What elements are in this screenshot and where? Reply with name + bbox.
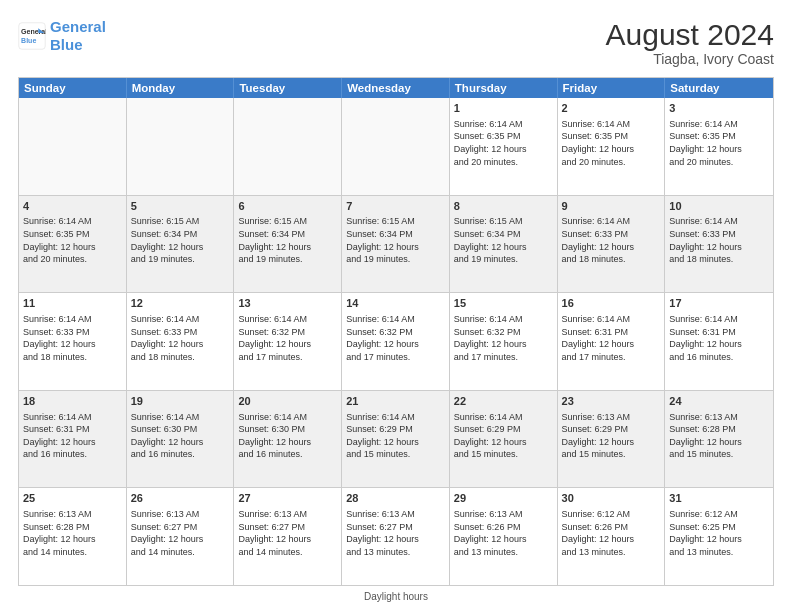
cal-cell: 12Sunrise: 6:14 AM Sunset: 6:33 PM Dayli… bbox=[127, 293, 235, 390]
day-number: 7 bbox=[346, 199, 445, 214]
cal-cell: 22Sunrise: 6:14 AM Sunset: 6:29 PM Dayli… bbox=[450, 391, 558, 488]
day-number: 23 bbox=[562, 394, 661, 409]
cal-cell: 29Sunrise: 6:13 AM Sunset: 6:26 PM Dayli… bbox=[450, 488, 558, 585]
svg-text:Blue: Blue bbox=[21, 37, 36, 44]
day-number: 24 bbox=[669, 394, 769, 409]
day-info: Sunrise: 6:14 AM Sunset: 6:35 PM Dayligh… bbox=[454, 118, 553, 168]
cal-week-4: 18Sunrise: 6:14 AM Sunset: 6:31 PM Dayli… bbox=[19, 390, 773, 488]
day-info: Sunrise: 6:14 AM Sunset: 6:33 PM Dayligh… bbox=[562, 215, 661, 265]
day-info: Sunrise: 6:14 AM Sunset: 6:31 PM Dayligh… bbox=[562, 313, 661, 363]
day-info: Sunrise: 6:12 AM Sunset: 6:25 PM Dayligh… bbox=[669, 508, 769, 558]
cal-cell: 11Sunrise: 6:14 AM Sunset: 6:33 PM Dayli… bbox=[19, 293, 127, 390]
cal-cell: 3Sunrise: 6:14 AM Sunset: 6:35 PM Daylig… bbox=[665, 98, 773, 195]
day-number: 9 bbox=[562, 199, 661, 214]
cal-cell: 5Sunrise: 6:15 AM Sunset: 6:34 PM Daylig… bbox=[127, 196, 235, 293]
cal-cell: 9Sunrise: 6:14 AM Sunset: 6:33 PM Daylig… bbox=[558, 196, 666, 293]
cal-cell: 25Sunrise: 6:13 AM Sunset: 6:28 PM Dayli… bbox=[19, 488, 127, 585]
cal-header-wednesday: Wednesday bbox=[342, 78, 450, 98]
cal-cell bbox=[127, 98, 235, 195]
day-number: 13 bbox=[238, 296, 337, 311]
calendar-header-row: SundayMondayTuesdayWednesdayThursdayFrid… bbox=[19, 78, 773, 98]
main-title: August 2024 bbox=[606, 18, 774, 51]
cal-cell: 13Sunrise: 6:14 AM Sunset: 6:32 PM Dayli… bbox=[234, 293, 342, 390]
day-info: Sunrise: 6:15 AM Sunset: 6:34 PM Dayligh… bbox=[131, 215, 230, 265]
day-number: 4 bbox=[23, 199, 122, 214]
cal-cell: 17Sunrise: 6:14 AM Sunset: 6:31 PM Dayli… bbox=[665, 293, 773, 390]
cal-cell: 26Sunrise: 6:13 AM Sunset: 6:27 PM Dayli… bbox=[127, 488, 235, 585]
cal-cell: 18Sunrise: 6:14 AM Sunset: 6:31 PM Dayli… bbox=[19, 391, 127, 488]
day-number: 2 bbox=[562, 101, 661, 116]
cal-cell: 31Sunrise: 6:12 AM Sunset: 6:25 PM Dayli… bbox=[665, 488, 773, 585]
day-number: 16 bbox=[562, 296, 661, 311]
cal-week-5: 25Sunrise: 6:13 AM Sunset: 6:28 PM Dayli… bbox=[19, 487, 773, 585]
cal-header-thursday: Thursday bbox=[450, 78, 558, 98]
calendar: SundayMondayTuesdayWednesdayThursdayFrid… bbox=[18, 77, 774, 586]
cal-cell: 24Sunrise: 6:13 AM Sunset: 6:28 PM Dayli… bbox=[665, 391, 773, 488]
cal-cell: 2Sunrise: 6:14 AM Sunset: 6:35 PM Daylig… bbox=[558, 98, 666, 195]
title-block: August 2024 Tiagba, Ivory Coast bbox=[606, 18, 774, 67]
day-info: Sunrise: 6:14 AM Sunset: 6:30 PM Dayligh… bbox=[131, 411, 230, 461]
day-info: Sunrise: 6:13 AM Sunset: 6:28 PM Dayligh… bbox=[669, 411, 769, 461]
day-number: 12 bbox=[131, 296, 230, 311]
cal-header-friday: Friday bbox=[558, 78, 666, 98]
cal-cell: 28Sunrise: 6:13 AM Sunset: 6:27 PM Dayli… bbox=[342, 488, 450, 585]
day-number: 29 bbox=[454, 491, 553, 506]
day-number: 6 bbox=[238, 199, 337, 214]
cal-cell: 4Sunrise: 6:14 AM Sunset: 6:35 PM Daylig… bbox=[19, 196, 127, 293]
day-number: 25 bbox=[23, 491, 122, 506]
day-info: Sunrise: 6:14 AM Sunset: 6:35 PM Dayligh… bbox=[23, 215, 122, 265]
day-info: Sunrise: 6:14 AM Sunset: 6:30 PM Dayligh… bbox=[238, 411, 337, 461]
page: General Blue General Blue August 2024 Ti… bbox=[0, 0, 792, 612]
day-number: 20 bbox=[238, 394, 337, 409]
cal-cell: 1Sunrise: 6:14 AM Sunset: 6:35 PM Daylig… bbox=[450, 98, 558, 195]
day-info: Sunrise: 6:13 AM Sunset: 6:26 PM Dayligh… bbox=[454, 508, 553, 558]
logo: General Blue General Blue bbox=[18, 18, 106, 54]
day-info: Sunrise: 6:14 AM Sunset: 6:29 PM Dayligh… bbox=[454, 411, 553, 461]
cal-header-sunday: Sunday bbox=[19, 78, 127, 98]
cal-cell: 10Sunrise: 6:14 AM Sunset: 6:33 PM Dayli… bbox=[665, 196, 773, 293]
cal-cell: 30Sunrise: 6:12 AM Sunset: 6:26 PM Dayli… bbox=[558, 488, 666, 585]
cal-cell: 6Sunrise: 6:15 AM Sunset: 6:34 PM Daylig… bbox=[234, 196, 342, 293]
cal-cell: 21Sunrise: 6:14 AM Sunset: 6:29 PM Dayli… bbox=[342, 391, 450, 488]
day-number: 17 bbox=[669, 296, 769, 311]
cal-week-2: 4Sunrise: 6:14 AM Sunset: 6:35 PM Daylig… bbox=[19, 195, 773, 293]
day-info: Sunrise: 6:13 AM Sunset: 6:28 PM Dayligh… bbox=[23, 508, 122, 558]
cal-cell: 8Sunrise: 6:15 AM Sunset: 6:34 PM Daylig… bbox=[450, 196, 558, 293]
header: General Blue General Blue August 2024 Ti… bbox=[18, 18, 774, 67]
footer-note: Daylight hours bbox=[18, 591, 774, 602]
cal-week-1: 1Sunrise: 6:14 AM Sunset: 6:35 PM Daylig… bbox=[19, 98, 773, 195]
day-number: 27 bbox=[238, 491, 337, 506]
day-info: Sunrise: 6:14 AM Sunset: 6:32 PM Dayligh… bbox=[346, 313, 445, 363]
cal-cell: 14Sunrise: 6:14 AM Sunset: 6:32 PM Dayli… bbox=[342, 293, 450, 390]
day-number: 22 bbox=[454, 394, 553, 409]
day-info: Sunrise: 6:14 AM Sunset: 6:33 PM Dayligh… bbox=[669, 215, 769, 265]
cal-cell: 19Sunrise: 6:14 AM Sunset: 6:30 PM Dayli… bbox=[127, 391, 235, 488]
cal-cell bbox=[342, 98, 450, 195]
day-info: Sunrise: 6:15 AM Sunset: 6:34 PM Dayligh… bbox=[454, 215, 553, 265]
day-info: Sunrise: 6:14 AM Sunset: 6:31 PM Dayligh… bbox=[669, 313, 769, 363]
day-number: 30 bbox=[562, 491, 661, 506]
day-info: Sunrise: 6:14 AM Sunset: 6:31 PM Dayligh… bbox=[23, 411, 122, 461]
day-number: 21 bbox=[346, 394, 445, 409]
day-number: 18 bbox=[23, 394, 122, 409]
day-number: 8 bbox=[454, 199, 553, 214]
day-number: 15 bbox=[454, 296, 553, 311]
cal-header-monday: Monday bbox=[127, 78, 235, 98]
day-info: Sunrise: 6:15 AM Sunset: 6:34 PM Dayligh… bbox=[346, 215, 445, 265]
day-number: 31 bbox=[669, 491, 769, 506]
day-number: 3 bbox=[669, 101, 769, 116]
day-number: 5 bbox=[131, 199, 230, 214]
cal-cell: 23Sunrise: 6:13 AM Sunset: 6:29 PM Dayli… bbox=[558, 391, 666, 488]
day-number: 28 bbox=[346, 491, 445, 506]
cal-cell bbox=[19, 98, 127, 195]
day-info: Sunrise: 6:14 AM Sunset: 6:29 PM Dayligh… bbox=[346, 411, 445, 461]
cal-week-3: 11Sunrise: 6:14 AM Sunset: 6:33 PM Dayli… bbox=[19, 292, 773, 390]
cal-cell bbox=[234, 98, 342, 195]
day-number: 1 bbox=[454, 101, 553, 116]
cal-header-saturday: Saturday bbox=[665, 78, 773, 98]
subtitle: Tiagba, Ivory Coast bbox=[606, 51, 774, 67]
svg-rect-0 bbox=[19, 23, 45, 49]
day-info: Sunrise: 6:12 AM Sunset: 6:26 PM Dayligh… bbox=[562, 508, 661, 558]
cal-cell: 7Sunrise: 6:15 AM Sunset: 6:34 PM Daylig… bbox=[342, 196, 450, 293]
day-number: 14 bbox=[346, 296, 445, 311]
